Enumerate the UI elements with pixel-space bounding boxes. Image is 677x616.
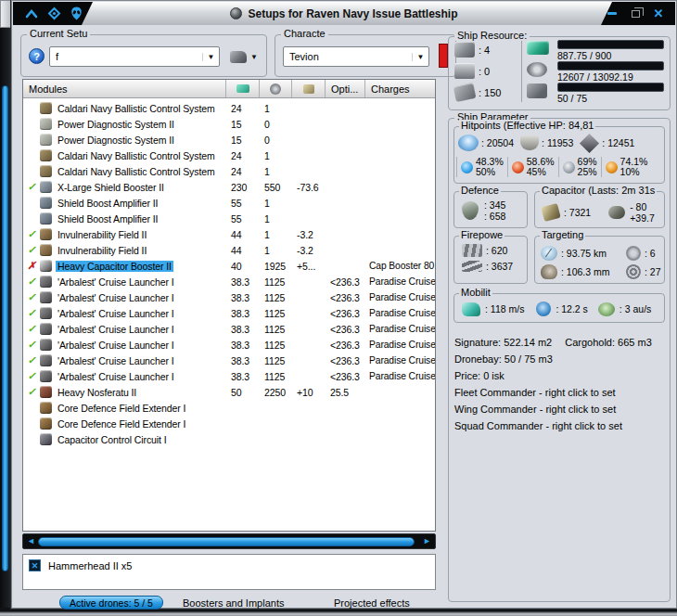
module-row[interactable]: 'Arbalest' Cruise Launcher I 38.3 1125 <… <box>23 274 435 289</box>
resource-bar <box>557 83 664 92</box>
modules-column-header[interactable]: Modules <box>23 80 226 97</box>
hardpoint-value: : 150 <box>479 87 501 98</box>
horizontal-scrollbar[interactable]: ◄ ► <box>22 533 436 549</box>
character-group: Characte Tevion ▼ <box>275 34 456 77</box>
squad-commander-setting[interactable]: Squad Commander - right click to set <box>454 417 666 434</box>
module-cpu-value: 15 <box>226 135 260 146</box>
capacitor-box: Capacitor (Lasts: 2m 31s : 7321 - 80 +39… <box>534 191 665 228</box>
module-row[interactable]: 'Arbalest' Cruise Launcher I 38.3 1125 <… <box>23 353 435 368</box>
capacitor-label: Capacitor (Lasts: 2m 31s <box>540 185 657 196</box>
tab-active-drones[interactable]: Active drones: 5 / 5 <box>59 596 163 610</box>
resource-bar <box>557 40 664 49</box>
armor-resist-value: 10% <box>620 167 648 177</box>
module-row[interactable]: 'Arbalest' Cruise Launcher I 38.3 1125 <… <box>23 321 435 337</box>
module-row[interactable]: Caldari Navy Ballistic Control System 24… <box>23 163 435 179</box>
module-cpu-value: 38.3 <box>226 324 260 335</box>
powergrid-column-header[interactable] <box>260 80 292 97</box>
module-row[interactable]: 'Arbalest' Cruise Launcher I 38.3 1125 <… <box>23 368 435 384</box>
defence-value-1: : 345 <box>484 199 505 211</box>
module-cpu-value: 44 <box>226 229 260 240</box>
module-powergrid-value: 1 <box>260 198 292 209</box>
module-row[interactable]: Heavy Capacitor Booster II 40 1925 +5...… <box>23 258 435 274</box>
module-row[interactable]: 'Arbalest' Cruise Launcher I 38.3 1125 <… <box>23 289 435 305</box>
titlebar[interactable]: Setups for Raven Navy Issue Battleship ✕ <box>13 2 675 25</box>
optimal-column-header[interactable]: Opti... <box>326 80 365 97</box>
module-row[interactable]: X-Large Shield Booster II 230 550 -73.6 <box>23 179 435 195</box>
cpu-icon <box>236 84 249 93</box>
window-title: Setups for Raven Navy Issue Battleship <box>248 7 457 20</box>
module-cpu-value: 38.3 <box>226 292 260 303</box>
module-row[interactable]: Core Defence Field Extender I <box>23 400 435 416</box>
capacitor-column-header[interactable] <box>292 80 326 97</box>
module-row[interactable]: Power Diagnostic System II 15 0 <box>23 116 435 132</box>
module-status-icon <box>27 370 35 381</box>
cpu-column-header[interactable] <box>226 80 260 97</box>
module-icon <box>40 165 52 177</box>
character-select[interactable]: Tevion ▼ <box>283 46 429 67</box>
module-icon <box>40 244 52 256</box>
module-optimal-value: <236.3 <box>326 371 365 382</box>
resource-bar <box>557 61 664 71</box>
module-icon <box>40 291 52 303</box>
module-row[interactable]: Power Diagnostic System II 15 0 <box>23 132 435 148</box>
restore-button[interactable] <box>628 6 643 21</box>
tab-boosters-implants[interactable]: Boosters and Implants <box>183 597 284 609</box>
module-row[interactable]: 'Arbalest' Cruise Launcher I 38.3 1125 <… <box>23 305 435 321</box>
background-window-scrollbar <box>2 85 8 571</box>
tab-projected-effects[interactable]: Projected effects <box>334 597 410 609</box>
module-row[interactable]: Shield Boost Amplifier II 55 1 <box>23 195 435 211</box>
module-icon <box>40 323 52 335</box>
module-powergrid-value: 1125 <box>260 371 292 382</box>
module-cpu-value: 38.3 <box>226 355 260 366</box>
scan-resolution-value: : 106.3 mm <box>561 266 610 277</box>
module-row[interactable]: Invulnerability Field II 44 1 -3.2 <box>23 242 435 258</box>
scroll-right-arrow[interactable]: ► <box>421 536 433 546</box>
module-row[interactable]: Heavy Nosferatu II 50 2250 +10 25.5 <box>23 384 435 400</box>
module-charge-value: Paradise Cruise <box>365 340 435 350</box>
module-optimal-value: <236.3 <box>326 324 365 335</box>
resource-icon <box>527 62 547 77</box>
missile-dps-value: : 3637 <box>486 261 513 272</box>
resource-icon <box>527 41 549 55</box>
module-cpu-value: 55 <box>226 213 260 225</box>
setup-select[interactable]: f ▼ <box>49 46 220 67</box>
fleet-commander-setting[interactable]: Fleet Commander - right click to set <box>454 384 666 401</box>
hardpoint-icon <box>454 42 475 58</box>
module-row[interactable]: Capacitor Control Circuit I <box>23 431 435 447</box>
defence-box: Defence : 345 : 658 <box>453 191 528 228</box>
module-row[interactable]: Core Defence Field Extender I <box>23 416 435 431</box>
ship-parameter-group: Ship Parameter Hitpoints (Effective HP: … <box>448 118 671 602</box>
scrollbar-thumb[interactable] <box>38 537 415 546</box>
module-row[interactable]: Invulnerability Field II 44 1 -3.2 <box>23 226 435 242</box>
module-row[interactable]: Caldari Navy Ballistic Control System 24… <box>23 148 435 163</box>
scroll-left-arrow[interactable]: ◄ <box>25 536 37 546</box>
module-cpu-value: 55 <box>226 198 260 209</box>
module-row[interactable]: Caldari Navy Ballistic Control System 24… <box>23 100 435 116</box>
module-optimal-value: <236.3 <box>326 292 365 303</box>
module-name: Invulnerability Field II <box>56 245 148 256</box>
signature-value: Signature: 522.14 m2 <box>454 334 552 351</box>
targeting-range-value: : 93.75 km <box>561 248 607 259</box>
capacitor-amount: : 7321 <box>564 207 591 218</box>
ship-menu-button[interactable]: ▼ <box>230 47 265 66</box>
chevron-down-icon[interactable]: ▼ <box>202 53 219 61</box>
chevron-down-icon[interactable]: ▼ <box>412 53 428 61</box>
charges-column-header[interactable]: Charges <box>365 80 435 97</box>
wing-commander-setting[interactable]: Wing Commander - right click to set <box>454 401 666 417</box>
shield-hp-value: : 20504 <box>481 137 514 148</box>
module-row[interactable]: Shield Boost Amplifier II 55 1 <box>23 211 435 226</box>
drone-item[interactable]: ✕ Hammerhead II x5 <box>29 558 429 572</box>
module-icon <box>40 339 52 351</box>
armor-hp-icon <box>520 135 539 150</box>
close-button[interactable]: ✕ <box>651 6 666 21</box>
module-name: Invulnerability Field II <box>56 229 148 240</box>
character-label: Characte <box>281 28 328 39</box>
module-row[interactable]: 'Arbalest' Cruise Launcher I 38.3 1125 <… <box>23 337 435 353</box>
module-icon <box>40 102 52 114</box>
ship-resources-group: Ship Resource: : 4 : 0 : 150 <box>448 36 671 110</box>
module-optimal-value: 25.5 <box>326 387 365 398</box>
module-icon <box>40 260 52 272</box>
targeting-range-icon <box>541 246 557 261</box>
help-icon[interactable]: ? <box>29 48 45 64</box>
max-targets-value: : 6 <box>645 248 656 259</box>
